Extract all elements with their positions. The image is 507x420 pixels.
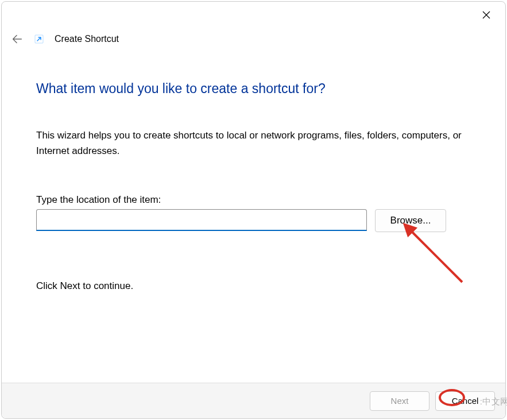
location-label: Type the location of the item: xyxy=(36,194,471,206)
input-row: Browse... xyxy=(36,209,471,232)
cancel-button[interactable]: Cancel xyxy=(435,391,495,411)
close-icon xyxy=(482,11,490,19)
shortcut-icon xyxy=(34,34,44,44)
back-arrow-icon[interactable] xyxy=(11,33,24,45)
wizard-description: This wizard helps you to create shortcut… xyxy=(36,128,471,159)
browse-button[interactable]: Browse... xyxy=(375,209,446,232)
location-input[interactable] xyxy=(36,209,367,231)
window-title: Create Shortcut xyxy=(55,34,119,44)
next-button[interactable]: Next xyxy=(370,391,429,411)
wizard-window: Create Shortcut What item would you like… xyxy=(1,1,506,419)
header-row: Create Shortcut xyxy=(2,33,505,45)
title-bar xyxy=(2,2,505,28)
cancel-wrapper: Cancel xyxy=(435,391,495,411)
content-area: What item would you like to create a sho… xyxy=(2,45,505,383)
wizard-heading: What item would you like to create a sho… xyxy=(36,81,471,97)
close-button[interactable] xyxy=(473,6,500,24)
wizard-footer: Next Cancel xyxy=(2,383,505,418)
continue-text: Click Next to continue. xyxy=(36,280,471,292)
